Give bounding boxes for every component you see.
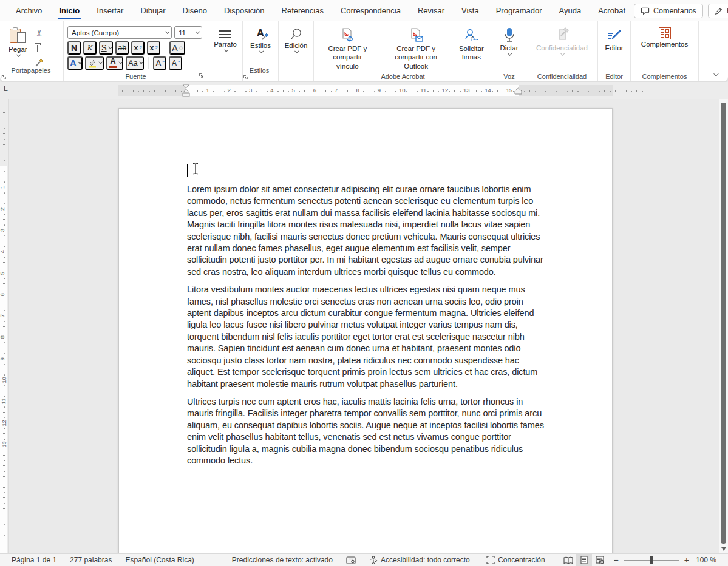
- pdf-outlook-icon: [408, 27, 424, 43]
- menu-tab-inicio[interactable]: Inicio: [50, 0, 88, 21]
- clear-formatting-button[interactable]: A◇: [169, 41, 185, 55]
- comments-button[interactable]: Comentarios: [634, 4, 703, 18]
- editor-button[interactable]: Editor: [602, 25, 627, 54]
- zoom-in-button[interactable]: +: [684, 555, 689, 565]
- language-indicator[interactable]: Español (Costa Rica): [118, 556, 200, 564]
- menu-tab-revisar[interactable]: Revisar: [409, 0, 453, 21]
- zoom-level[interactable]: 100 %: [689, 556, 723, 564]
- menu-tab-correspondencia[interactable]: Correspondencia: [332, 0, 409, 21]
- page-indicator[interactable]: Página 1 de 1: [5, 556, 63, 564]
- chevron-down-icon: [259, 49, 263, 53]
- clipboard-dialog-launcher-icon[interactable]: [1, 75, 63, 80]
- menu-tab-insertar[interactable]: Insertar: [88, 0, 132, 21]
- font-name-combo[interactable]: Aptos (Cuerpo): [67, 26, 172, 39]
- dictate-button[interactable]: Dictar: [496, 25, 522, 58]
- create-pdf-link-button[interactable]: Crear PDF y compartir vínculo: [318, 25, 378, 70]
- focus-icon: [486, 556, 495, 564]
- accessibility-status[interactable]: Accesibilidad: todo correcto: [362, 556, 477, 565]
- styles-menu-button[interactable]: A Estilos: [247, 25, 274, 56]
- clipboard-group: Pegar ✂ Portapapeles: [1, 21, 64, 81]
- sensitivity-button[interactable]: Confidencialidad: [530, 25, 594, 58]
- collapse-ribbon-chevron-icon[interactable]: [713, 71, 718, 76]
- ruler-number: 7: [0, 314, 5, 317]
- request-signatures-button[interactable]: Solicitar firmas: [455, 25, 488, 70]
- web-layout-button[interactable]: [592, 554, 608, 566]
- ruler-number: 11: [420, 87, 426, 93]
- paste-button[interactable]: Pegar: [5, 25, 31, 70]
- text-predictions-icon[interactable]: [339, 556, 362, 564]
- scrollbar-thumb[interactable]: [721, 103, 726, 544]
- menu-tab-ayuda[interactable]: Ayuda: [551, 0, 590, 21]
- document-workspace: 12345678910111213 Lorem ipsum dolor sit …: [0, 99, 728, 553]
- ruler-number: 10: [1, 377, 7, 383]
- text-predictions-indicator[interactable]: Predicciones de texto: activado: [225, 556, 339, 564]
- subscript-button[interactable]: x2: [131, 41, 145, 55]
- text-effects-button[interactable]: A: [67, 56, 83, 70]
- grow-font-button[interactable]: Aˆ: [153, 56, 166, 70]
- editor-pen-icon: [607, 27, 622, 43]
- document-paragraph[interactable]: Lorem ipsum dolor sit amet consectetur a…: [187, 184, 546, 278]
- font-size-combo[interactable]: 11: [174, 26, 202, 39]
- cut-button[interactable]: ✂: [33, 25, 46, 40]
- ruler-number: 14: [485, 87, 491, 93]
- pencil-icon: [715, 7, 723, 15]
- font-color-button[interactable]: A: [106, 56, 124, 70]
- print-layout-button[interactable]: [576, 554, 592, 566]
- read-mode-button[interactable]: [560, 554, 576, 566]
- menu-tab-disposición[interactable]: Disposición: [216, 0, 273, 21]
- caret-line[interactable]: [187, 164, 546, 184]
- styles-dialog-launcher-icon[interactable]: [243, 75, 278, 80]
- strikethrough-button[interactable]: ab: [115, 41, 129, 55]
- menu-tab-referencias[interactable]: Referencias: [273, 0, 332, 21]
- sensitivity-group: Confidencialidad Confidencialidad: [526, 21, 598, 81]
- change-case-button[interactable]: Aa: [126, 56, 144, 70]
- paragraph-menu-button[interactable]: Párrafo: [212, 25, 239, 55]
- menubar-right: Comentarios Edición: [634, 4, 728, 18]
- document-paragraph[interactable]: Ultrices turpis nec cum aptent eros hac,…: [187, 396, 546, 467]
- addins-button[interactable]: Complementos: [634, 25, 695, 50]
- font-color-icon: A: [109, 58, 117, 68]
- word-window: ArchivoInicioInsertarDibujarDiseñoDispos…: [0, 0, 728, 566]
- menu-tab-archivo[interactable]: Archivo: [7, 0, 50, 21]
- scroll-down-arrow-icon[interactable]: [721, 547, 726, 551]
- menu-tab-dibujar[interactable]: Dibujar: [132, 0, 174, 21]
- zoom-slider-thumb[interactable]: [650, 556, 653, 564]
- copy-button[interactable]: [32, 41, 47, 55]
- focus-mode-button[interactable]: Concentración: [480, 556, 551, 564]
- create-pdf-outlook-button[interactable]: Crear PDF y compartir con Outlook: [384, 25, 449, 70]
- italic-button[interactable]: K: [83, 41, 97, 55]
- copy-icon: [35, 43, 44, 53]
- ruler-number: 15: [506, 87, 513, 93]
- document-paragraph[interactable]: Litora vestibulum montes auctor maecenas…: [187, 284, 546, 390]
- font-group: Aptos (Cuerpo) 11 N K S ab x2 x2 A◇ A: [64, 21, 208, 81]
- editing-menu-button[interactable]: Edición: [282, 25, 310, 56]
- styles-group: A Estilos Estilos: [243, 21, 279, 81]
- ruler-number: 1: [0, 186, 5, 189]
- microphone-icon: [503, 27, 516, 43]
- document-page[interactable]: Lorem ipsum dolor sit amet consectetur a…: [118, 108, 613, 553]
- superscript-button[interactable]: x2: [147, 41, 160, 55]
- font-dialog-launcher-icon[interactable]: [199, 73, 204, 78]
- menu-tab-acrobat[interactable]: Acrobat: [590, 0, 634, 21]
- shrink-font-button[interactable]: Aˇ: [169, 56, 182, 70]
- divider: [148, 57, 149, 69]
- highlight-button[interactable]: [85, 56, 104, 70]
- acrobat-group-label: Adobe Acrobat: [314, 73, 492, 80]
- word-count[interactable]: 277 palabras: [63, 556, 118, 564]
- menu-tab-diseño[interactable]: Diseño: [174, 0, 216, 21]
- menu-tab-programador[interactable]: Programador: [488, 0, 551, 21]
- zoom-slider[interactable]: [624, 560, 679, 561]
- editing-mode-button[interactable]: Edición: [708, 4, 728, 18]
- print-layout-icon: [580, 556, 588, 564]
- chevron-down-icon: [165, 30, 169, 33]
- voice-group-label: Voz: [492, 73, 526, 80]
- bold-button[interactable]: N: [67, 41, 81, 55]
- acrobat-group: Crear PDF y compartir vínculo Crear PDF …: [314, 21, 492, 81]
- paragraph-group: Párrafo: [208, 21, 243, 81]
- underline-button[interactable]: S: [99, 41, 113, 55]
- zoom-out-button[interactable]: −: [614, 555, 619, 565]
- menu-tab-vista[interactable]: Vista: [453, 0, 488, 21]
- left-indent-marker[interactable]: [182, 84, 190, 97]
- read-mode-icon: [563, 556, 573, 564]
- vertical-scrollbar[interactable]: [719, 99, 728, 553]
